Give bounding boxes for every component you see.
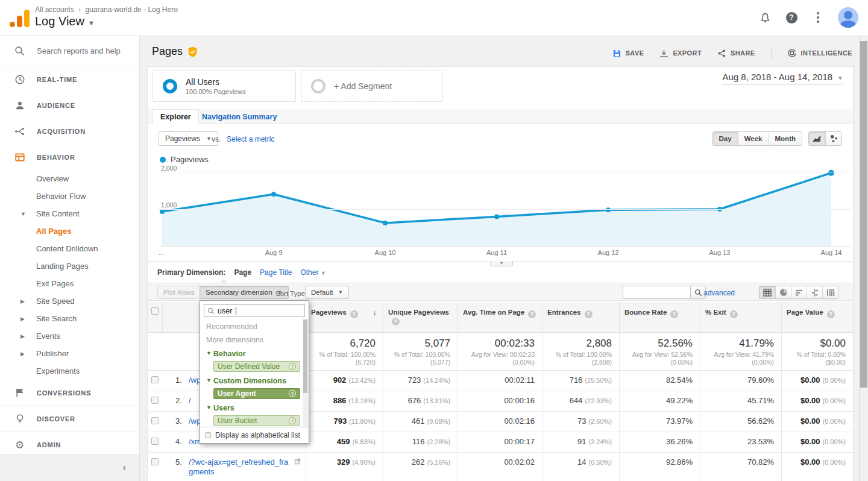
dimension-user-defined-value[interactable]: User Defined Value? [213, 361, 300, 372]
sidebar-item-conversions[interactable]: CONVERSIONS [0, 380, 139, 406]
motion-chart-icon[interactable] [825, 132, 841, 145]
col-header-bounce-rate[interactable]: Bounce Rate? [619, 302, 700, 333]
row-checkbox[interactable] [151, 376, 159, 383]
col-header-entrances[interactable]: Entrances? [542, 302, 619, 333]
tab-explorer[interactable]: Explorer [153, 109, 199, 124]
help-circle-icon[interactable]: ? [827, 310, 835, 318]
sidebar-item-behavior[interactable]: BEHAVIOR [0, 144, 139, 170]
help-circle-icon[interactable]: ? [585, 310, 593, 318]
sidebar-item-experiments[interactable]: Experiments [0, 362, 139, 380]
sidebar-item-site-speed[interactable]: ▶Site Speed [0, 292, 139, 310]
overflow-menu-icon[interactable] [811, 11, 825, 24]
advanced-search-link[interactable]: advanced [703, 289, 735, 297]
select-metric-link[interactable]: Select a metric [227, 135, 274, 143]
save-button[interactable]: SAVE [612, 49, 644, 58]
dimension-group-users[interactable]: ▼Users [200, 400, 309, 414]
granularity-day[interactable]: Day [713, 132, 738, 145]
row-checkbox[interactable] [151, 438, 159, 445]
select-all-checkbox[interactable] [151, 307, 159, 315]
dimension-search-box[interactable]: user [204, 304, 305, 317]
chart-resize-handle[interactable]: ▼ [490, 261, 513, 266]
sidebar-item-overview[interactable]: Overview [0, 170, 139, 187]
primary-dimension-other[interactable]: Other ▼ [300, 268, 326, 277]
sidebar-item-exit-pages[interactable]: Exit Pages [0, 275, 139, 292]
help-circle-icon[interactable]: ? [670, 310, 678, 318]
notifications-bell-icon[interactable] [758, 11, 772, 24]
help-circle-icon[interactable]: ? [289, 390, 296, 397]
collapse-sidebar-icon[interactable]: ‹ [123, 462, 126, 473]
dimension-user-agent[interactable]: User Agent? [213, 388, 300, 399]
granularity-month[interactable]: Month [769, 132, 802, 145]
performance-view-icon[interactable] [791, 286, 807, 298]
plot-rows-button[interactable]: Plot Rows [157, 286, 201, 299]
window-scrollbar[interactable] [859, 36, 868, 481]
breadcrumb-property[interactable]: guarana-world.de - Log Hero [85, 5, 177, 14]
metric-selector[interactable]: Pageviews▼ [159, 131, 218, 146]
chevron-right-icon: ▶ [20, 316, 25, 322]
sidebar-item-realtime[interactable]: REAL-TIME [0, 66, 139, 92]
sidebar-item-publisher[interactable]: ▶Publisher [0, 345, 139, 362]
sidebar-item-all-pages[interactable]: All Pages [0, 222, 139, 240]
help-circle-icon[interactable]: ? [350, 310, 358, 318]
help-icon[interactable]: ? [785, 11, 798, 24]
alphabetical-toggle[interactable]: Display as alphabetical list [200, 427, 309, 443]
add-segment-button[interactable]: + Add Segment [301, 71, 443, 102]
granularity-week[interactable]: Week [738, 132, 769, 145]
help-circle-icon[interactable]: ? [289, 363, 296, 370]
col-header-page-value[interactable]: Page Value? [781, 302, 853, 333]
help-circle-icon[interactable]: ? [730, 310, 738, 318]
intelligence-button[interactable]: INTELLIGENCE [787, 48, 852, 58]
user-avatar[interactable] [838, 7, 858, 28]
date-range-selector[interactable]: Aug 8, 2018 - Aug 14, 2018▼ [722, 72, 843, 84]
help-circle-icon[interactable]: ? [289, 417, 296, 424]
segment-all-users[interactable]: All Users 100.00% Pageviews [153, 71, 296, 102]
comparison-view-icon[interactable] [807, 286, 822, 298]
search-input[interactable] [37, 46, 133, 55]
sidebar-search[interactable] [0, 36, 139, 66]
breadcrumb[interactable]: All accounts › guarana-world.de - Log He… [35, 5, 178, 14]
sidebar-item-discover[interactable]: DISCOVER [0, 406, 139, 432]
export-button[interactable]: EXPORT [659, 49, 702, 58]
line-chart-icon[interactable] [809, 132, 825, 145]
help-circle-icon[interactable]: ? [392, 318, 400, 325]
sidebar-item-admin[interactable]: ⚙ ADMIN [0, 432, 139, 457]
row-checkbox[interactable] [151, 417, 159, 424]
alphabetical-checkbox[interactable] [205, 432, 211, 438]
share-button[interactable]: SHARE [717, 49, 755, 58]
sidebar-item-site-search[interactable]: ▶Site Search [0, 310, 139, 327]
table-search-input[interactable] [623, 286, 690, 299]
data-view-icon[interactable] [760, 286, 775, 298]
row-checkbox[interactable] [151, 458, 159, 465]
percentage-view-icon[interactable] [775, 286, 791, 298]
col-header-pageviews[interactable]: Pageviews?↓ [306, 302, 383, 333]
dimension-group-custom[interactable]: ▼Custom Dimensions [200, 373, 309, 387]
sidebar-item-content-drilldown[interactable]: Content Drilldown [0, 240, 139, 257]
sidebar-item-site-content[interactable]: ▼Site Content [0, 205, 139, 222]
tab-navigation-summary[interactable]: Navigation Summary [202, 109, 277, 124]
pivot-view-icon[interactable] [822, 286, 838, 298]
primary-dimension-page-title[interactable]: Page Title [260, 268, 292, 277]
col-header-unique-pageviews[interactable]: Unique Pageviews? [383, 302, 458, 333]
analytics-logo-icon[interactable] [8, 8, 30, 28]
dropdown-scrollbar[interactable] [303, 319, 308, 428]
primary-dimension-page[interactable]: Page [234, 268, 251, 277]
view-selector[interactable]: Log View▼ [35, 14, 95, 28]
row-checkbox[interactable] [151, 397, 159, 404]
dimension-group-behavior[interactable]: ▼Behavior [200, 346, 309, 360]
col-header-avg-time[interactable]: Avg. Time on Page? [458, 302, 542, 333]
sort-type-select[interactable]: Default▼ [305, 286, 349, 299]
external-link-icon[interactable] [294, 458, 301, 465]
sidebar-item-behavior-flow[interactable]: Behavior Flow [0, 187, 139, 205]
sidebar-item-audience[interactable]: AUDIENCE [0, 92, 139, 118]
pageviews-chart[interactable]: 2,000 1,000 [159, 167, 851, 247]
page-link[interactable]: /?wc-ajax=get_refreshed_fragments [189, 457, 290, 477]
sidebar-item-landing-pages[interactable]: Landing Pages [0, 257, 139, 275]
scrollbar-thumb[interactable] [860, 41, 867, 388]
sidebar-item-events[interactable]: ▶Events [0, 327, 139, 345]
page-link[interactable]: / [189, 396, 191, 406]
breadcrumb-all-accounts[interactable]: All accounts [35, 5, 74, 14]
col-header-exit[interactable]: % Exit? [700, 302, 781, 333]
dimension-user-bucket[interactable]: User Bucket? [213, 415, 300, 426]
help-circle-icon[interactable]: ? [528, 310, 536, 318]
sidebar-item-acquisition[interactable]: ACQUISITION [0, 118, 139, 144]
